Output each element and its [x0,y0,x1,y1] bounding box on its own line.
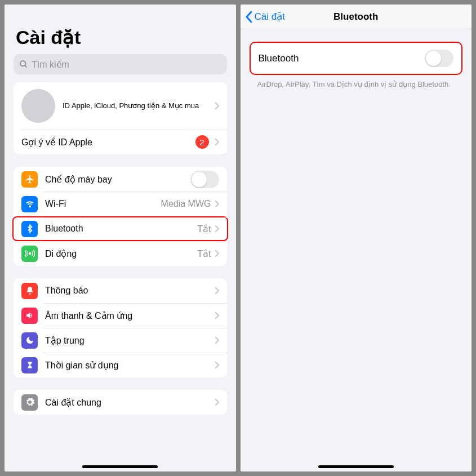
profile-subtitle: ID Apple, iCloud, Phương tiện & Mục mua [63,101,211,111]
bluetooth-icon [21,221,38,237]
apple-id-row[interactable]: ID Apple, iCloud, Phương tiện & Mục mua [14,82,227,130]
notifications-label: Thông báo [45,286,215,296]
wifi-value: Media MWG [161,199,211,209]
wifi-row[interactable]: Wi-Fi Media MWG [14,192,227,216]
bluetooth-footer: AirDrop, AirPlay, Tìm và Dịch vụ định vị… [241,75,472,90]
profile-text: ID Apple, iCloud, Phương tiện & Mục mua [63,101,215,111]
chevron-right-icon [215,398,219,406]
notifications-group: Thông báo Âm thanh & Cảm ứng Tập trung T… [14,278,227,377]
search-input[interactable]: Tìm kiếm [14,54,227,74]
settings-pane: Cài đặt Tìm kiếm ID Apple, iCloud, Phươn… [5,5,236,471]
bluetooth-row[interactable]: Bluetooth Tắt [12,216,228,241]
home-indicator[interactable] [82,465,158,468]
gear-icon [21,394,38,411]
general-settings-row[interactable]: Cài đặt chung [14,390,227,415]
focus-label: Tập trung [45,335,215,346]
back-label: Cài đặt [255,11,285,23]
search-placeholder: Tìm kiếm [32,59,69,70]
chevron-right-icon [215,336,219,344]
bluetooth-toggle-row[interactable]: Bluetooth [251,43,462,74]
speaker-icon [21,308,38,324]
screentime-label: Thời gian sử dụng [45,360,215,371]
bluetooth-content: Bluetooth AirDrop, AirPlay, Tìm và Dịch … [241,29,472,90]
antenna-icon [21,246,38,262]
svg-point-0 [20,61,25,66]
chevron-right-icon [215,312,219,319]
home-indicator[interactable] [318,465,394,468]
back-button[interactable]: Cài đặt [241,11,285,23]
wifi-label: Wi-Fi [45,199,161,209]
screentime-row[interactable]: Thời gian sử dụng [14,353,227,377]
bluetooth-toggle[interactable] [425,50,453,67]
chevron-right-icon [215,225,219,233]
wifi-icon [21,196,38,212]
bluetooth-value: Tắt [197,224,211,234]
general-label: Cài đặt chung [45,397,215,408]
bluetooth-toggle-group: Bluetooth [250,42,463,75]
nav-bar: Cài đặt Bluetooth [241,5,472,29]
airplane-icon [21,171,38,188]
page-header: Cài đặt [5,5,236,53]
bluetooth-label: Bluetooth [45,224,197,234]
apple-id-suggestion-row[interactable]: Gợi ý về ID Apple 2 [14,130,227,154]
airplane-toggle[interactable] [190,171,219,188]
bluetooth-pane: Cài đặt Bluetooth Bluetooth AirDrop, Air… [241,5,472,471]
chevron-right-icon [215,200,219,208]
bell-icon [21,283,38,299]
search-icon [19,60,28,69]
sounds-label: Âm thanh & Cảm ứng [45,310,215,321]
connectivity-group: Chế độ máy bay Wi-Fi Media MWG Bluetooth… [14,167,227,266]
avatar [21,89,55,123]
chevron-right-icon [215,138,219,146]
cellular-value: Tắt [197,248,211,259]
nav-title: Bluetooth [333,11,378,23]
notifications-row[interactable]: Thông báo [14,278,227,303]
moon-icon [21,332,38,349]
chevron-left-icon [245,11,252,23]
airplane-label: Chế độ máy bay [45,174,190,185]
page-title: Cài đặt [16,26,225,48]
chevron-right-icon [215,361,219,369]
airplane-mode-row[interactable]: Chế độ máy bay [14,167,227,192]
sounds-row[interactable]: Âm thanh & Cảm ứng [14,303,227,328]
bluetooth-toggle-label: Bluetooth [259,53,425,64]
chevron-right-icon [215,287,219,295]
badge-count: 2 [195,135,209,149]
suggestion-label: Gợi ý về ID Apple [21,137,195,148]
general-group: Cài đặt chung [14,390,227,415]
hourglass-icon [21,357,38,373]
chevron-right-icon [215,250,219,257]
focus-row[interactable]: Tập trung [14,328,227,353]
cellular-label: Di động [45,248,197,259]
chevron-right-icon [215,102,219,110]
profile-group: ID Apple, iCloud, Phương tiện & Mục mua … [14,82,227,154]
cellular-row[interactable]: Di động Tắt [14,241,227,266]
svg-point-3 [29,253,30,255]
svg-point-2 [29,206,30,207]
svg-line-1 [25,65,26,67]
